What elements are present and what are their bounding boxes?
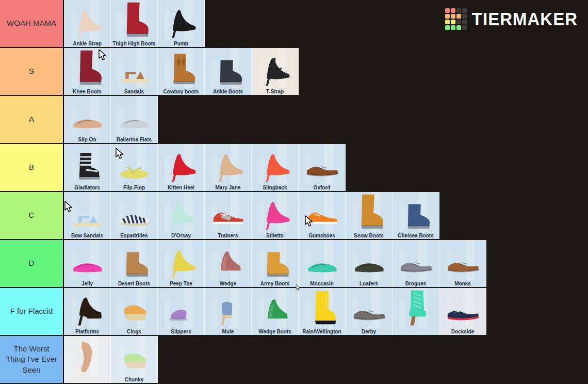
rainboot-icon <box>299 288 346 328</box>
platformboot-icon <box>393 288 439 328</box>
tier-item[interactable]: Gladiators <box>64 144 111 191</box>
sandal-icon <box>111 48 158 88</box>
flat-icon <box>111 96 158 136</box>
tier-item-label: Brogues <box>393 281 439 286</box>
wedge-icon <box>205 240 252 280</box>
tier-item[interactable]: Wedge Boots <box>252 288 299 335</box>
tier-label: F for Flaccid <box>0 288 64 335</box>
tier-board: WOAH MAMAAnkle StrapThigh High BootsPump… <box>0 0 588 384</box>
tier-item[interactable]: Rain/Wellington <box>299 288 346 335</box>
tier-item-label: Loafers <box>346 281 392 286</box>
tier-label: S <box>0 48 64 95</box>
tier-cells: PlatformsClogsSlippersMuleWedge BootsRai… <box>64 288 486 335</box>
tier-item[interactable]: Ankle Strap <box>64 0 111 47</box>
tier-item[interactable]: Snow Boots <box>346 192 393 239</box>
tier-item-label: Jelly <box>64 281 110 286</box>
tier-item[interactable]: Ballerina Flats <box>111 96 158 143</box>
tier-item[interactable] <box>64 336 111 383</box>
tier-item[interactable]: Cowboy boots <box>158 48 205 95</box>
pump-icon <box>158 0 205 40</box>
boot_tall-icon <box>346 192 393 232</box>
boat-icon <box>439 288 486 328</box>
tier-item[interactable]: Oxford <box>299 144 346 191</box>
tier-item[interactable]: Dockside <box>439 288 486 335</box>
tier-item[interactable]: Gumshoes <box>299 192 346 239</box>
tier-item[interactable]: Platforms <box>64 288 111 335</box>
tier-item[interactable] <box>393 288 439 335</box>
tier-row: CBow SandalsEspadrillesD'OrsayTrainersSt… <box>0 192 588 239</box>
tier-item[interactable]: Flip-Flop <box>111 144 158 191</box>
tier-item[interactable]: Mule <box>205 288 252 335</box>
tier-item[interactable]: Bow Sandals <box>64 192 111 239</box>
tier-item-label: Bow Sandals <box>64 233 110 238</box>
logo-grid-square <box>456 8 461 13</box>
tier-cells: JellyDesert BootsPeep ToeWedgeArmy Boots… <box>64 240 486 287</box>
tier-item[interactable]: Stiletto <box>252 192 299 239</box>
tier-row: BGladiatorsFlip-FlopKitten HeelMary Jane… <box>0 144 588 191</box>
tier-item-label: D'Orsay <box>158 233 204 238</box>
tier-item[interactable]: Trainers <box>205 192 252 239</box>
tier-item[interactable]: Desert Boots <box>111 240 158 287</box>
flat-icon <box>64 240 111 280</box>
tier-item[interactable]: Pump <box>158 0 205 47</box>
tier-item[interactable]: T-Strap <box>252 48 299 95</box>
tier-item-label: Cowboy boots <box>158 89 204 94</box>
tier-item[interactable]: Moccasin <box>299 240 346 287</box>
tier-item-label: Ankle Strap <box>64 41 110 46</box>
tier-item-label: Slip On <box>64 137 110 142</box>
tier-row: The Worst Thing I've Ever SeenChunky <box>0 336 588 383</box>
tier-item[interactable]: Slippers <box>158 288 205 335</box>
tier-item[interactable]: Slingback <box>252 144 299 191</box>
tiermaker-logo: TIERMAKER <box>445 8 578 30</box>
boot_ankle-icon <box>205 48 252 88</box>
tier-item[interactable]: Loafers <box>346 240 393 287</box>
tier-item-label: Rain/Wellington <box>299 329 345 334</box>
tier-item-label: Peep Toe <box>158 281 204 286</box>
tier-item[interactable]: Wedge <box>205 240 252 287</box>
tier-item[interactable]: Knee Boots <box>64 48 111 95</box>
tier-item[interactable]: Thigh High Boots <box>111 0 158 47</box>
tier-cells: GladiatorsFlip-FlopKitten HeelMary JaneS… <box>64 144 346 191</box>
tier-item[interactable]: Espadrilles <box>111 192 158 239</box>
tier-item-label: Slingback <box>252 185 298 190</box>
gladiator-icon <box>64 144 111 184</box>
tier-item-label: Army Boots <box>252 281 298 286</box>
tier-label: D <box>0 240 64 287</box>
tier-item[interactable]: Mary Jane <box>205 144 252 191</box>
pump-icon <box>252 144 299 184</box>
tier-item[interactable]: Sandals <box>111 48 158 95</box>
tier-row: DJellyDesert BootsPeep ToeWedgeArmy Boot… <box>0 240 588 287</box>
tier-item-label: Flip-Flop <box>111 185 157 190</box>
boot_tall-icon <box>64 48 111 88</box>
tier-item[interactable]: Ankle Boots <box>205 48 252 95</box>
tier-item-label: Mule <box>205 329 251 334</box>
tier-item[interactable]: Brogues <box>393 240 439 287</box>
tier-item-label: Chunky <box>111 377 157 382</box>
logo-grid-square <box>445 8 450 13</box>
tier-cells: Chunky <box>64 336 158 383</box>
logo-grid-square <box>462 8 467 13</box>
tier-item[interactable]: D'Orsay <box>158 192 205 239</box>
tier-item[interactable]: Derby <box>346 288 393 335</box>
tier-item[interactable]: Jelly <box>64 240 111 287</box>
tier-label: WOAH MAMA <box>0 0 64 47</box>
heelless-icon <box>64 336 111 376</box>
tier-item[interactable]: Clogs <box>111 288 158 335</box>
tier-item[interactable]: Slip On <box>64 96 111 143</box>
tstrap-icon <box>252 48 299 88</box>
logo-grid-square <box>445 14 450 19</box>
tier-item[interactable]: Monks <box>439 240 486 287</box>
logo-grid-square <box>445 25 450 30</box>
tier-item[interactable]: Chunky <box>111 336 158 383</box>
tiermaker-page: WOAH MAMAAnkle StrapThigh High BootsPump… <box>0 0 588 384</box>
sneaker-icon <box>205 192 252 232</box>
tier-item[interactable]: Peep Toe <box>158 240 205 287</box>
logo-grid-square <box>456 14 461 19</box>
tier-item[interactable]: Kitten Heel <box>158 144 205 191</box>
flat-icon <box>299 240 346 280</box>
tier-item-label: Chelsea Boots <box>393 233 439 238</box>
tier-item-label: Knee Boots <box>64 89 110 94</box>
tier-item[interactable]: Chelsea Boots <box>393 192 439 239</box>
tier-item[interactable]: Army Boots <box>252 240 299 287</box>
tier-item-label: Platforms <box>64 329 110 334</box>
